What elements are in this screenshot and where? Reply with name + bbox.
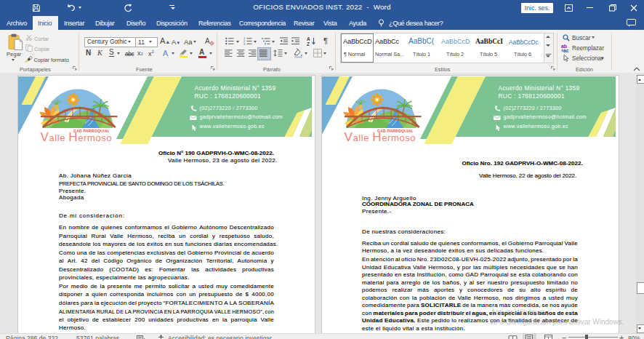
svg-text:3: 3 (243, 42, 246, 45)
svg-text:A: A (205, 37, 210, 45)
svg-text:Z: Z (307, 41, 310, 47)
svg-text:Valle Hermoso: Valle Hermoso (41, 130, 113, 144)
svg-text:ac: ac (563, 48, 569, 53)
svg-text:Valle Hermoso: Valle Hermoso (345, 130, 416, 144)
